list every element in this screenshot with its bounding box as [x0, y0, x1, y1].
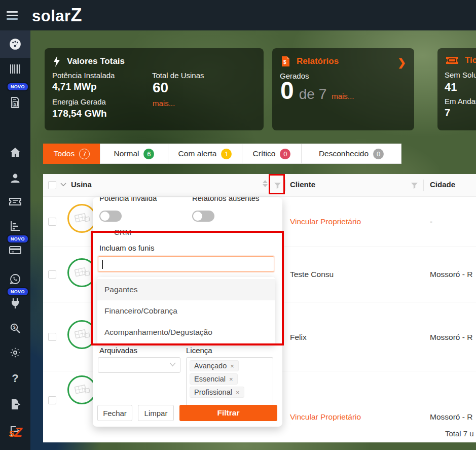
licenca-tag: Profissional× — [190, 387, 244, 398]
energia-gerada-label: Energia Gerada — [52, 97, 106, 106]
chevron-right-icon[interactable]: ❯ — [397, 56, 406, 68]
svg-text:$: $ — [13, 325, 15, 330]
solar-panel-icon — [74, 211, 91, 226]
card-relatorios[interactable]: $ Relatórios ❯ Gerados 0 de 7 mais... — [272, 48, 414, 130]
invoice-dollar-icon: $ — [10, 96, 21, 109]
sidebar-item-dashboard[interactable] — [0, 30, 30, 58]
row-checkbox[interactable] — [48, 396, 56, 404]
relatorios-gerados-value: 0 — [280, 77, 294, 105]
row-checkbox[interactable] — [48, 333, 56, 341]
arquivadas-label: Arquivadas — [99, 346, 137, 355]
mais-link[interactable]: mais... — [332, 92, 354, 100]
chevron-down-icon[interactable] — [60, 183, 66, 187]
card-title: Relatórios — [297, 56, 339, 66]
funis-search-input[interactable] — [98, 256, 274, 272]
sidebar-item-help[interactable]: ? — [0, 366, 30, 391]
close-icon[interactable]: × — [236, 389, 240, 396]
cidade-cell: Mossoró - R — [430, 333, 472, 342]
sidebar-item-invoices[interactable]: $ — [0, 90, 30, 115]
whatsapp-icon — [9, 273, 21, 285]
sidebar-item-clients[interactable] — [0, 166, 30, 190]
relatorios-ausentes-toggle[interactable] — [192, 211, 214, 222]
app-screen: solarZ NOVO $ — [0, 0, 476, 450]
sidebar-item-prospection[interactable]: $ — [0, 316, 30, 340]
select-all-checkbox[interactable] — [48, 181, 56, 189]
tab-normal[interactable]: Normal 6 — [100, 144, 168, 164]
column-header-cidade: Cidade — [430, 180, 455, 189]
plant-status-icon[interactable] — [67, 204, 96, 233]
question-icon: ? — [12, 372, 18, 385]
limpar-button[interactable]: Limpar — [138, 405, 174, 421]
filter-icon-usina[interactable] — [274, 182, 281, 189]
tab-label: Normal — [114, 149, 139, 158]
arquivadas-select[interactable] — [98, 357, 180, 373]
filtrar-button[interactable]: Filtrar — [179, 405, 277, 421]
novo-badge: NOVO — [7, 82, 29, 91]
barcode-icon — [9, 63, 21, 75]
credit-card-icon — [9, 245, 22, 255]
tag-label: Profissional — [194, 388, 232, 396]
count-badge: 0 — [373, 149, 384, 159]
sidebar-item-export[interactable] — [0, 392, 30, 417]
sem-solucao-value: 41 — [445, 81, 457, 94]
lightning-icon — [53, 55, 61, 67]
report-dollar-icon: $ — [280, 55, 290, 67]
tab-desconhecido[interactable]: Desconhecido 0 — [301, 144, 401, 164]
row-checkbox[interactable] — [48, 270, 56, 279]
tag-label: Avançado — [194, 362, 227, 370]
cliente-link[interactable]: Vincular Proprietário — [290, 217, 361, 226]
fechar-button[interactable]: Fechar — [97, 405, 132, 421]
bar-chart-icon — [9, 220, 21, 232]
sidebar-item-home[interactable] — [0, 140, 30, 164]
status-tabs: Todos 7 Normal 6 Com alerta 1 Crítico 0 … — [43, 144, 401, 164]
crm-section-divider: CRM — [99, 228, 276, 236]
sidebar-item-monitoring[interactable] — [0, 57, 30, 81]
licenca-multiselect[interactable]: Avançado× Essencial× Profissional× — [186, 357, 273, 406]
usina-filter-popup: Potência inválida Relatórios ausentes CR… — [93, 197, 282, 427]
card-title: Valores Totais — [67, 56, 125, 66]
relatorios-of-total: de 7 — [299, 86, 327, 102]
potencia-instalada-value: 4,71 MWp — [52, 81, 97, 92]
sidebar-item-settings[interactable] — [0, 340, 30, 365]
ticket-icon — [9, 196, 22, 206]
close-icon[interactable]: × — [229, 375, 233, 383]
dropdown-option-pagantes[interactable]: Pagantes — [97, 279, 275, 300]
plant-status-icon[interactable] — [67, 258, 96, 287]
dropdown-option-acompanhamento[interactable]: Acompanhamento/Degustação — [97, 322, 275, 343]
hamburger-menu-icon[interactable] — [7, 9, 20, 22]
solarz-logo: solarZ — [32, 5, 82, 26]
cliente-link[interactable]: Vincular Proprietário — [290, 412, 361, 422]
potencia-invalida-label: Potência inválida — [99, 197, 157, 202]
card-title: Ticke — [465, 55, 476, 65]
solar-panel-icon — [74, 383, 91, 398]
funis-dropdown: Pagantes Financeiro/Cobrança Acompanhame… — [97, 277, 275, 345]
tab-label: Todos — [54, 149, 75, 158]
energia-gerada-value: 178,54 GWh — [52, 108, 107, 119]
dropdown-option-financeiro[interactable]: Financeiro/Cobrança — [97, 300, 275, 322]
tab-label: Crítico — [253, 149, 276, 158]
filter-icon-cliente[interactable] — [411, 182, 418, 189]
table-header: Usina Cliente Cidade — [43, 174, 476, 197]
solar-panel-icon — [74, 265, 91, 281]
potencia-invalida-toggle[interactable] — [99, 211, 122, 222]
row-checkbox[interactable] — [48, 218, 56, 226]
cidade-cell: - — [430, 217, 432, 226]
tab-critico[interactable]: Crítico 0 — [242, 144, 302, 164]
count-badge: 0 — [280, 149, 290, 159]
chevron-down-icon — [169, 362, 176, 367]
plant-status-icon[interactable] — [67, 375, 96, 404]
novo-badge: NOVO — [7, 234, 29, 244]
sidebar-item-tickets[interactable] — [0, 189, 30, 214]
plant-status-icon[interactable] — [67, 320, 96, 349]
search-dollar-icon: $ — [9, 322, 21, 334]
close-icon[interactable]: × — [230, 362, 234, 370]
cliente-cell: Felix — [290, 333, 307, 342]
table-total-count: Total 7 u — [445, 429, 474, 438]
mais-link[interactable]: mais... — [153, 99, 175, 108]
novo-badge: NOVO — [7, 287, 29, 296]
cliente-cell: Teste Consu — [290, 270, 334, 279]
solar-panel-icon — [74, 327, 91, 342]
tab-com-alerta[interactable]: Com alerta 1 — [168, 144, 242, 164]
tab-todos[interactable]: Todos 7 — [43, 144, 100, 164]
sort-control[interactable] — [263, 180, 268, 187]
